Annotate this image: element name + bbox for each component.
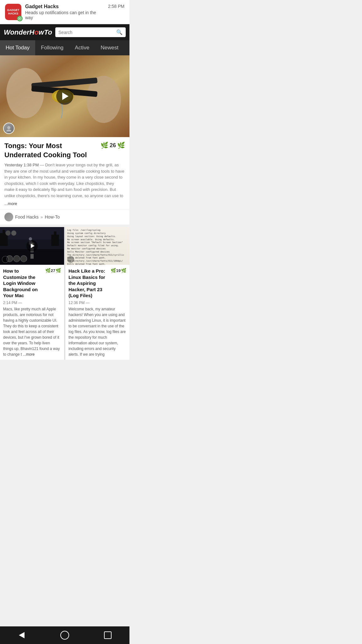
mac-wreath-left: 🌿 bbox=[45, 268, 51, 273]
hero-title[interactable]: Tongs: Your Most Underrated Cooking Tool bbox=[4, 142, 97, 159]
hero-excerpt: Don't leave your tongs out by the grill,… bbox=[4, 163, 124, 198]
nav-tabs: Hot Today Following Active Newest bbox=[0, 40, 129, 55]
notification-app-icon: GADGET HACKS bbox=[5, 4, 21, 20]
notification-badge bbox=[17, 16, 23, 21]
notification-title: Gadget Hacks bbox=[25, 4, 104, 9]
svg-rect-15 bbox=[30, 254, 34, 259]
wreath-left-icon: 🌿 bbox=[101, 142, 108, 149]
search-bar[interactable]: 🔍 bbox=[55, 27, 126, 37]
article-title-mac[interactable]: How to Customize the Login Window Backgr… bbox=[3, 268, 43, 299]
notification-bar[interactable]: GADGET HACKS Gadget Hacks Heads up notif… bbox=[0, 0, 129, 24]
tab-following[interactable]: Following bbox=[35, 40, 69, 55]
hero-tag-primary[interactable]: Food Hacks bbox=[15, 214, 39, 219]
hero-tag-secondary[interactable]: How-To bbox=[45, 214, 60, 219]
article-title-row-mac: How to Customize the Login Window Backgr… bbox=[3, 268, 61, 299]
article-meta-mac: 2:14 PM — bbox=[3, 301, 61, 305]
hero-avatar-inner bbox=[4, 123, 14, 133]
search-input[interactable] bbox=[58, 30, 114, 35]
svg-point-10 bbox=[7, 126, 10, 129]
tag-icon bbox=[4, 213, 13, 221]
mac-dash: — bbox=[18, 301, 22, 305]
linux-wreath-left: 🌿 bbox=[111, 268, 116, 273]
article-grid: How to Customize the Login Window Backgr… bbox=[0, 227, 129, 360]
linux-dash: — bbox=[86, 301, 90, 305]
hero-title-row: Tongs: Your Most Underrated Cooking Tool… bbox=[4, 142, 125, 159]
hero-author-avatar[interactable] bbox=[3, 123, 14, 134]
search-icon[interactable]: 🔍 bbox=[116, 29, 123, 35]
article-meta-linux: 12:36 PM — bbox=[69, 301, 126, 305]
linux-score-num: 19 bbox=[116, 268, 121, 273]
tab-hot-today[interactable]: Hot Today bbox=[0, 40, 35, 55]
mac-excerpt-text: Macs, like pretty much all Apple product… bbox=[3, 307, 60, 357]
svg-point-20 bbox=[20, 256, 27, 262]
article-excerpt-mac: Macs, like pretty much all Apple product… bbox=[3, 306, 61, 357]
hero-dash: — bbox=[40, 163, 45, 167]
tab-active[interactable]: Active bbox=[69, 40, 95, 55]
svg-point-22 bbox=[11, 230, 16, 236]
mac-timestamp: 2:14 PM bbox=[3, 301, 17, 305]
hero-article[interactable]: Tongs: Your Most Underrated Cooking Tool… bbox=[0, 55, 129, 225]
article-excerpt-linux: Welcome back, my amateur hackers! When y… bbox=[69, 306, 126, 357]
article-content-mac: How to Customize the Login Window Backgr… bbox=[0, 265, 64, 360]
tab-newest[interactable]: Newest bbox=[95, 40, 124, 55]
hero-meta: Yesterday 1:38 PM — Don't leave your ton… bbox=[4, 162, 125, 199]
article-thumb-bg-terminal: Log file: /var/log/syslog Using system c… bbox=[65, 227, 129, 265]
hero-score-badge: 🌿 26 🌿 bbox=[101, 142, 125, 149]
hero-timestamp: Yesterday 1:38 PM bbox=[4, 163, 39, 167]
article-score-linux: 🌿 19 🌿 bbox=[111, 268, 126, 273]
article-thumb-play-mac[interactable] bbox=[26, 240, 38, 252]
hero-image[interactable] bbox=[0, 55, 129, 137]
notification-time: 2:58 PM bbox=[108, 4, 124, 9]
mac-wreath-right: 🌿 bbox=[56, 268, 61, 273]
hero-score-number: 26 bbox=[109, 142, 117, 149]
svg-point-1 bbox=[19, 18, 20, 19]
app-logo[interactable]: WonderHowTo bbox=[4, 28, 52, 36]
notification-content: Gadget Hacks Heads up notifications can … bbox=[25, 4, 104, 20]
linux-wreath-right: 🌿 bbox=[121, 268, 126, 273]
article-card-linux-logs[interactable]: Log file: /var/log/syslog Using system c… bbox=[65, 227, 129, 360]
linux-timestamp: 12:36 PM bbox=[69, 301, 85, 305]
article-title-row-linux: Hack Like a Pro: Linux Basics for the As… bbox=[69, 268, 126, 299]
terminal-text-display: Log file: /var/log/syslog Using system c… bbox=[65, 227, 129, 265]
hero-content: Tongs: Your Most Underrated Cooking Tool… bbox=[0, 137, 129, 209]
article-title-linux[interactable]: Hack Like a Pro: Linux Basics for the As… bbox=[69, 268, 109, 299]
mac-score-num: 27 bbox=[51, 268, 55, 273]
notification-icon-line1: GADGET bbox=[7, 8, 19, 12]
svg-point-21 bbox=[5, 230, 10, 236]
hero-read-more[interactable]: ...more bbox=[4, 201, 125, 206]
article-thumb-mac-login bbox=[0, 227, 64, 265]
notification-icon-line2: HACKS bbox=[7, 12, 19, 15]
hero-tag-separator: » bbox=[41, 214, 43, 219]
article-content-linux: Hack Like a Pro: Linux Basics for the As… bbox=[65, 265, 129, 360]
article-score-mac: 🌿 27 🌿 bbox=[45, 268, 61, 273]
hero-tags: Food Hacks » How-To bbox=[0, 209, 129, 225]
article-thumb-linux: Log file: /var/log/syslog Using system c… bbox=[65, 227, 129, 265]
mac-read-more[interactable]: ...more bbox=[23, 352, 35, 357]
app-header: WonderHowTo 🔍 bbox=[0, 24, 129, 40]
article-play-icon-mac bbox=[31, 244, 35, 248]
play-icon bbox=[62, 92, 69, 100]
svg-point-19 bbox=[14, 256, 20, 262]
notification-subtitle: Heads up notifications can get in the wa… bbox=[25, 10, 104, 20]
wreath-right-icon: 🌿 bbox=[117, 142, 125, 149]
article-card-mac-login[interactable]: How to Customize the Login Window Backgr… bbox=[0, 227, 64, 360]
hero-play-button[interactable] bbox=[56, 88, 73, 105]
